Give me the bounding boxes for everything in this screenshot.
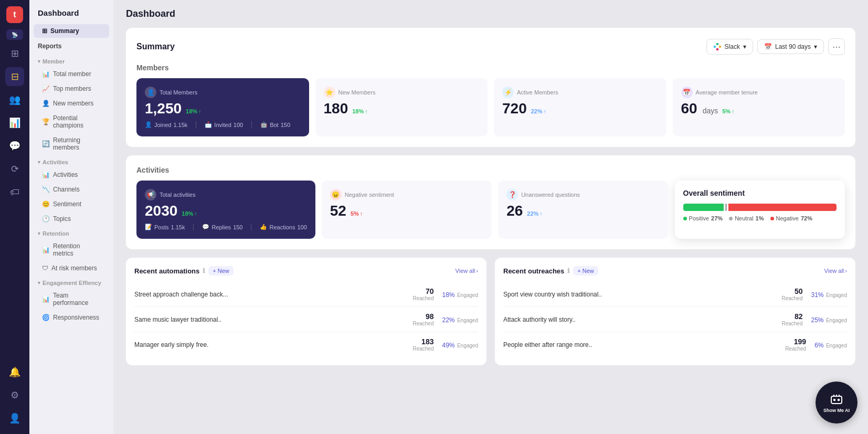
sidebar-item-retention-metrics[interactable]: 📊 Retention metrics (34, 239, 109, 260)
automation-stats-1: 70 Reached 18% Engaged (412, 287, 478, 301)
sidebar-icon-chart[interactable]: 📊 (5, 113, 24, 132)
bottom-grid: Recent automations ℹ + New View all › St… (126, 258, 855, 365)
sidebar-icon-tag[interactable]: 🏷 (5, 183, 24, 202)
sidebar-icon-reports[interactable]: ⊟ (5, 67, 24, 86)
sidebar-item-activities[interactable]: 📊 Activities (34, 168, 109, 182)
sidebar-item-team-performance[interactable]: 📊 Team performance (34, 289, 109, 310)
panel-controls: Slack ▾ 📅 Last 90 days ▾ ⋯ (706, 38, 845, 55)
sidebar-item-responsiveness[interactable]: 🌀 Responsiveness (34, 311, 109, 324)
automations-new-button[interactable]: + New (208, 266, 234, 276)
chevron-down-icon: ▾ (743, 43, 746, 50)
sidebar-item-total-member[interactable]: 📊 Total member (34, 67, 109, 81)
unanswered-questions-card: ❓ Unanswered questions 26 22% ↑ (498, 181, 668, 239)
automation-row-1: Street approach challenge back... 70 Rea… (134, 282, 478, 307)
activities-sub: 📝 Posts 1.15k 💬 Replies 150 👍 (145, 224, 307, 230)
topics-icon: 🕐 (42, 215, 50, 223)
activities-section-title: Activities (136, 166, 845, 174)
reports-label: Reports (29, 38, 113, 54)
outreaches-view-all[interactable]: View all › (824, 268, 847, 274)
new-members-label: ⭐ New Members (324, 87, 480, 98)
new-members-card: ⭐ New Members 180 18% ↑ (315, 78, 488, 136)
sidebar-item-new-members[interactable]: 👤 New members (34, 97, 109, 110)
automations-view-all[interactable]: View all › (456, 268, 478, 274)
unanswered-label: ❓ Unanswered questions (506, 189, 660, 200)
outreaches-info-icon[interactable]: ℹ (567, 267, 570, 274)
neg-sentiment-label: 😠 Negative sentiment (330, 189, 483, 200)
retention-arrow-icon: ▾ (38, 231, 40, 236)
neg-sentiment-badge: 5% ↑ (351, 210, 363, 217)
outreach-reached-3: 199 Reached (785, 337, 806, 352)
automation-row-2: Same music lawyer traditional.. 98 Reach… (134, 307, 478, 332)
ai-icon (829, 392, 844, 407)
sidebar-item-returning-members[interactable]: 🔄 Returning members (34, 133, 109, 154)
reached-stat-1: 70 Reached (412, 287, 433, 301)
active-members-icon: ⚡ (502, 87, 514, 98)
total-member-icon: 📊 (42, 70, 50, 78)
act-divider-2 (251, 224, 251, 230)
neg-sentiment-value: 52 5% ↑ (330, 203, 483, 219)
broadcast-icon[interactable]: 📡 (6, 29, 23, 40)
automation-name-1: Street approach challenge back... (134, 291, 412, 298)
days-label: days (703, 107, 718, 115)
engaged-stat-2: 22% Engaged (442, 315, 478, 324)
new-members-icon: 👤 (42, 100, 50, 107)
sidebar-item-topics[interactable]: 🕐 Topics (34, 212, 109, 226)
svg-rect-4 (831, 396, 842, 404)
neg-sentiment-icon: 😠 (330, 189, 342, 200)
svg-rect-3 (716, 48, 718, 50)
sidebar-icon-network[interactable]: ⟳ (5, 160, 24, 178)
neutral-dot (729, 217, 733, 220)
at-risk-icon: 🛡 (42, 264, 48, 272)
avg-tenure-icon: 📅 (681, 87, 693, 98)
main-header: Dashboard (113, 0, 868, 24)
sidebar-icon-chat[interactable]: 💬 (5, 136, 24, 155)
sidebar-item-sentiment[interactable]: 😊 Sentiment (34, 197, 109, 211)
reports-heading: Reports (29, 43, 113, 52)
automation-stats-2: 98 Reached 22% Engaged (412, 312, 478, 326)
joined-sub: 👤 Joined 1.15k (145, 121, 187, 128)
sidebar-icon-bell[interactable]: 🔔 (5, 363, 24, 382)
avg-tenure-card: 📅 Average member tenure 60 days 5% ↑ (673, 78, 845, 136)
chevron-down-icon-2: ▾ (814, 43, 817, 50)
reached-stat-3: 183 Reached (412, 337, 433, 352)
sidebar-item-channels[interactable]: 📉 Channels (34, 183, 109, 196)
slack-dropdown[interactable]: Slack ▾ (706, 39, 753, 55)
sidebar-item-potential-champions[interactable]: 🏆 Potential champions (34, 111, 109, 132)
sidebar-item-summary[interactable]: ⊞ Summary (34, 24, 109, 38)
sidebar-item-top-members[interactable]: 📈 Top members (34, 82, 109, 96)
outreach-reached-1: 50 Reached (781, 287, 802, 301)
negative-bar (728, 204, 837, 211)
date-range-dropdown[interactable]: 📅 Last 90 days ▾ (757, 39, 824, 54)
total-members-icon: 👤 (145, 87, 156, 98)
sidebar-icon-user[interactable]: 👤 (5, 409, 24, 428)
sidebar-icon-settings[interactable]: ⚙ (5, 386, 24, 405)
more-options-button[interactable]: ⋯ (828, 38, 845, 55)
outreach-row-1: Sport view country wish traditional.. 50… (503, 282, 847, 307)
icon-sidebar: t 📡 ⊞ ⊟ 👥 📊 💬 ⟳ 🏷 🔔 ⚙ 👤 (0, 0, 29, 434)
section-engagement: ▾ Engagement Effiency (29, 276, 113, 288)
negative-dot (770, 217, 774, 220)
positive-bar (683, 204, 724, 211)
outreach-reached-2: 82 Reached (781, 312, 802, 326)
activities-card-icon: 📢 (145, 189, 156, 200)
outreach-engaged-2: 25% Engaged (811, 315, 847, 324)
reactions-sub: 👍 Reactions 100 (260, 224, 306, 230)
total-activities-label: 📢 Total activities (145, 189, 307, 200)
members-section-title: Members (136, 63, 845, 72)
outreaches-new-button[interactable]: + New (573, 266, 598, 276)
show-me-ai-button[interactable]: Show Me AI (816, 382, 858, 424)
sidebar-icon-dashboard[interactable]: ⊞ (5, 44, 24, 63)
engaged-stat-3: 49% Engaged (442, 340, 478, 350)
total-members-sub: 👤 Joined 1.15k 📩 Invited 100 (145, 121, 301, 128)
automations-info-icon[interactable]: ℹ (203, 267, 205, 274)
negative-legend: Negative 72% (770, 215, 812, 221)
active-members-label: ⚡ Active Members (502, 87, 658, 98)
activities-grid: 📢 Total activities 2030 18% ↑ 📝 Pos (136, 181, 845, 239)
sidebar-item-at-risk[interactable]: 🛡 At risk members (34, 261, 109, 275)
posts-sub: 📝 Posts 1.15k (145, 224, 185, 230)
outreach-row-3: People either after range more.. 199 Rea… (503, 332, 847, 357)
summary-title: Summary (136, 42, 175, 51)
sidebar-icon-people[interactable]: 👥 (5, 90, 24, 109)
outreach-engaged-3: 6% Engaged (814, 340, 847, 350)
total-activities-badge: 18% ↑ (182, 210, 197, 217)
